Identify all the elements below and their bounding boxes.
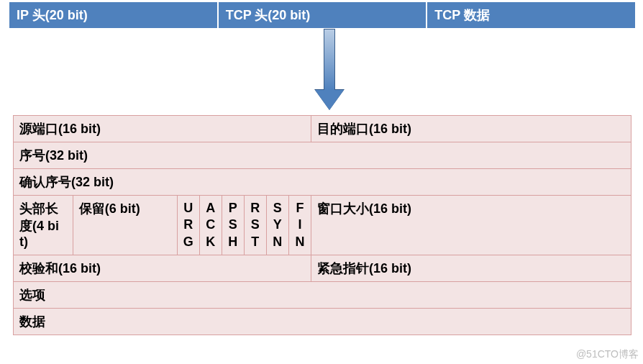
field-urgent-pointer: 紧急指针(16 bit) <box>311 255 631 282</box>
flag-rst: RST <box>244 196 266 255</box>
field-window-size: 窗口大小(16 bit) <box>311 196 631 255</box>
flag-fin: FIN <box>288 196 311 255</box>
flag-ack: ACK <box>199 196 222 255</box>
field-ack-sequence: 确认序号(32 bit) <box>14 169 631 196</box>
tcp-header-cell: TCP 头(20 bit) <box>218 1 427 29</box>
watermark: @51CTO博客 <box>576 348 639 361</box>
flag-urg: URG <box>177 196 199 255</box>
field-header-length: 头部长度(4 bit) <box>14 196 73 255</box>
arrow-down-icon <box>315 90 344 110</box>
arrow-shaft <box>324 29 335 91</box>
tcp-header-table: 源端口(16 bit) 目的端口(16 bit) 序号(32 bit) 确认序号… <box>13 115 631 335</box>
field-checksum: 校验和(16 bit) <box>14 255 311 282</box>
flag-syn: SYN <box>266 196 288 255</box>
field-source-port: 源端口(16 bit) <box>14 116 311 142</box>
field-data: 数据 <box>14 309 631 335</box>
packet-structure-row: IP 头(20 bit) TCP 头(20 bit) TCP 数据 <box>9 1 636 29</box>
field-options: 选项 <box>14 282 631 309</box>
field-dest-port: 目的端口(16 bit) <box>311 116 631 142</box>
flag-psh: PSH <box>222 196 244 255</box>
field-sequence: 序号(32 bit) <box>14 142 631 169</box>
tcp-data-cell: TCP 数据 <box>427 1 636 29</box>
field-reserved: 保留(6 bit) <box>73 196 177 255</box>
expansion-arrow <box>9 29 636 115</box>
ip-header-cell: IP 头(20 bit) <box>9 1 218 29</box>
